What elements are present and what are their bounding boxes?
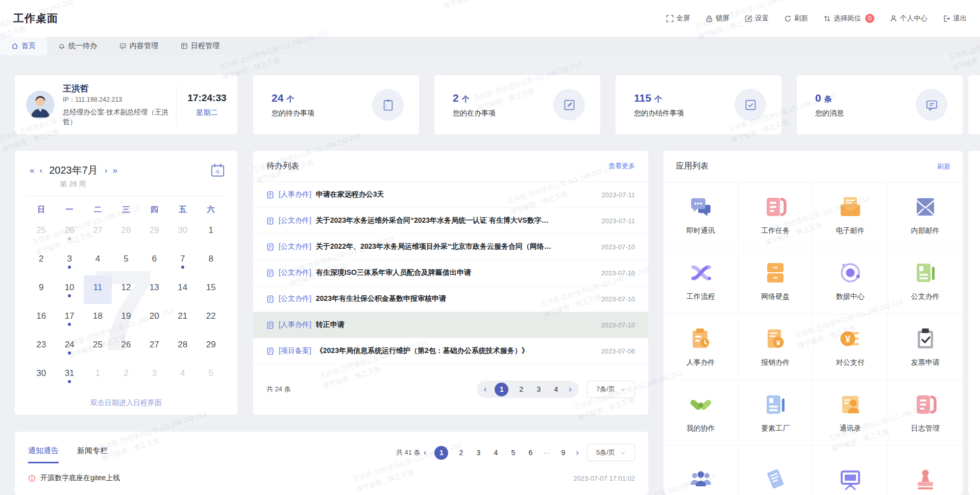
calendar-day[interactable]: 6 xyxy=(140,247,168,275)
notice-item[interactable]: 开源数字底座在gitee上线 2023-07-07 17:01:02 xyxy=(15,465,648,483)
page-button-6[interactable]: 6 xyxy=(526,449,535,457)
calendar-day[interactable]: 5 xyxy=(112,247,140,275)
app-数据中心[interactable]: 数据中心 xyxy=(813,248,888,314)
calendar-day[interactable]: 10 xyxy=(55,275,83,304)
stat-card-3[interactable]: 115个 您的办结件事项 xyxy=(616,75,781,134)
calendar-day[interactable]: 21 xyxy=(168,304,197,333)
calendar-day[interactable]: 3 xyxy=(55,247,83,275)
calendar-day[interactable]: 4 xyxy=(168,361,197,390)
page-button-9[interactable]: 9 xyxy=(558,449,568,457)
calendar-day[interactable]: 26 xyxy=(112,333,140,361)
page-button-2[interactable]: 2 xyxy=(456,449,465,457)
stat-card-1[interactable]: 24个 您的待办事项 xyxy=(253,75,419,134)
calendar-day[interactable]: 5 xyxy=(197,361,225,390)
page-button-3[interactable]: 3 xyxy=(474,449,483,457)
calendar-day[interactable]: 9 xyxy=(27,275,55,304)
prev-page-button[interactable]: ‹ xyxy=(484,384,487,394)
app-item[interactable] xyxy=(739,446,814,495)
todo-item[interactable]: [公文办件] 有生深境ISO三体系年审人员配合及牌匾借出申请 2023-07-1… xyxy=(253,260,648,286)
calendar-day[interactable]: 30 xyxy=(27,361,55,390)
page-button-4[interactable]: 4 xyxy=(491,449,500,457)
todo-item[interactable]: [人事办件] 转正申请 2023-07-10 xyxy=(253,312,648,338)
notices-tab-announcements[interactable]: 通知通告 xyxy=(28,446,59,463)
prev-month-button[interactable]: ‹ xyxy=(37,166,45,176)
calendar-day[interactable]: 23 xyxy=(27,333,55,361)
app-item[interactable] xyxy=(664,446,739,495)
stat-card-4[interactable]: 0条 您的消息 xyxy=(797,75,963,134)
app-工作任务[interactable]: 工作任务 xyxy=(739,182,814,248)
calendar-day[interactable]: 4 xyxy=(84,247,112,275)
calendar-day[interactable]: 25 xyxy=(84,333,112,361)
calendar-day[interactable]: 29 xyxy=(197,333,225,361)
tab-content-mgmt[interactable]: 内容管理 xyxy=(108,37,169,55)
page-button-1[interactable]: 1 xyxy=(434,446,448,460)
refresh-apps-link[interactable]: 刷新 xyxy=(937,162,950,171)
refresh-button[interactable]: 刷新 xyxy=(784,14,808,23)
calendar-day[interactable]: 28 xyxy=(168,333,197,361)
calendar-day[interactable]: 17 xyxy=(55,304,83,333)
todo-item[interactable]: [公文办件] 关于2022年、2023年水务局运维项目外采“北京市政务云服务合同… xyxy=(253,234,648,260)
app-发票申请[interactable]: 发票申请 xyxy=(888,314,963,380)
next-year-button[interactable]: » xyxy=(110,166,119,176)
app-item[interactable] xyxy=(888,446,963,495)
todo-item[interactable]: [公文办件] 关于2023年水务运维外采合同“2023年水务局统一认证 有生博大… xyxy=(253,208,648,234)
app-要素工厂[interactable]: 要素工厂 xyxy=(739,380,814,446)
calendar-day[interactable]: 16 xyxy=(27,304,55,333)
app-工作流程[interactable]: 工作流程 xyxy=(664,248,739,314)
calendar-day[interactable]: 2 xyxy=(112,361,140,390)
today-calendar-icon[interactable]: 今 xyxy=(210,163,225,178)
view-more-link[interactable]: 查看更多 xyxy=(608,161,635,171)
calendar-day[interactable]: 13 xyxy=(140,275,168,304)
app-报销办件[interactable]: ¥报销办件 xyxy=(739,314,814,380)
calendar-day[interactable]: 14 xyxy=(168,275,197,304)
next-page-button[interactable]: › xyxy=(576,447,579,458)
lock-screen-button[interactable]: 锁屏 xyxy=(705,14,729,23)
calendar-day[interactable]: 24 xyxy=(55,333,83,361)
app-日志管理[interactable]: 日志管理 xyxy=(888,380,963,446)
app-通讯录[interactable]: 通讯录 xyxy=(813,380,888,446)
calendar-day[interactable]: 1 xyxy=(197,218,225,247)
app-对公支付[interactable]: ¥对公支付 xyxy=(813,314,888,380)
calendar-day[interactable]: 12 xyxy=(112,275,140,304)
calendar-day[interactable]: 31 xyxy=(55,361,83,390)
notices-tab-news[interactable]: 新闻专栏 xyxy=(77,446,108,463)
profile-button[interactable]: 个人中心 xyxy=(890,14,927,23)
prev-page-button[interactable]: ‹ xyxy=(424,447,427,458)
calendar-day[interactable]: 3 xyxy=(140,361,168,390)
app-公文办件[interactable]: 公文办件 xyxy=(888,248,963,314)
calendar-day[interactable]: 28 xyxy=(112,218,140,247)
page-button-5[interactable]: 5 xyxy=(508,449,518,457)
calendar-day[interactable]: 15 xyxy=(197,275,225,304)
app-即时通讯[interactable]: 即时通讯 xyxy=(664,182,739,248)
calendar-day[interactable]: 18 xyxy=(84,304,112,333)
select-post-button[interactable]: 选择岗位0 xyxy=(823,14,874,23)
calendar-day[interactable]: 11 xyxy=(84,275,112,304)
calendar-day[interactable]: 30 xyxy=(168,218,197,247)
logout-button[interactable]: 退出 xyxy=(943,14,967,23)
page-button-2[interactable]: 2 xyxy=(517,385,526,393)
app-我的协作[interactable]: 我的协作 xyxy=(664,380,739,446)
app-内部邮件[interactable]: 内部邮件 xyxy=(888,182,963,248)
tab-unified-todo[interactable]: 统一待办 xyxy=(47,37,108,55)
calendar-day[interactable]: 27 xyxy=(140,333,168,361)
calendar-day[interactable]: 27 xyxy=(84,218,112,247)
page-button-3[interactable]: 3 xyxy=(534,385,543,393)
app-电子邮件[interactable]: 电子邮件 xyxy=(813,182,888,248)
next-page-button[interactable]: › xyxy=(569,384,572,394)
calendar-day[interactable]: 7 xyxy=(168,247,197,275)
stat-card-2[interactable]: 2个 您的在办事项 xyxy=(434,75,600,134)
calendar-day[interactable]: 8 xyxy=(197,247,225,275)
calendar-day[interactable]: 25 xyxy=(27,218,55,247)
fullscreen-button[interactable]: 全屏 xyxy=(666,14,690,23)
tab-schedule-mgmt[interactable]: 日程管理 xyxy=(169,37,231,55)
app-item[interactable] xyxy=(813,446,888,495)
todo-page-size-select[interactable]: 7条/页 xyxy=(587,381,635,398)
tab-home[interactable]: 首页 xyxy=(0,37,47,55)
calendar-day[interactable]: 1 xyxy=(84,361,112,390)
calendar-day[interactable]: 19 xyxy=(112,304,140,333)
calendar-day[interactable]: 2 xyxy=(27,247,55,275)
settings-button[interactable]: 设置 xyxy=(745,14,769,23)
app-网络硬盘[interactable]: 网络硬盘 xyxy=(739,248,814,314)
todo-item[interactable]: [项目备案] 《2023年局信息系统运行维护（第2包：基础办公系统技术服务）》 … xyxy=(253,338,648,364)
todo-item[interactable]: [人事办件] 申请在家远程办公3天 2023-07-11 xyxy=(253,182,648,208)
